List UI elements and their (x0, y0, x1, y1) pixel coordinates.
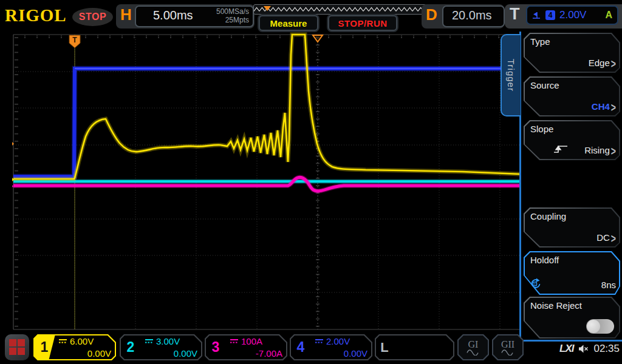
channel-2-number: 2 (120, 334, 142, 360)
dc-coupling-icon (145, 339, 154, 344)
delay-label: D (426, 5, 437, 24)
channel-menu-button[interactable] (5, 334, 29, 360)
gen2-label: GII (501, 340, 514, 349)
waveform-display: T T 1 (12, 32, 521, 331)
channel-4-status[interactable]: 4 2.00V 0.00V (290, 334, 372, 360)
lxi-indicator: LXI (559, 343, 573, 355)
rising-edge-icon (553, 144, 569, 154)
digital-channel-numbers: 0 1 2 3 4 5 6 7 8 9 1011 12131415 (395, 335, 453, 359)
memory-depth: 25Mpts (186, 16, 249, 24)
chevron-right-icon: > (611, 56, 616, 70)
menu-item-coupling[interactable]: Coupling DC> (524, 207, 620, 248)
trigger-menu-tab[interactable]: Trigger (501, 34, 521, 116)
sine-wave-icon (466, 349, 480, 356)
horizontal-position-strip[interactable] (253, 4, 426, 15)
holdoff-label: Holdoff (530, 255, 559, 265)
trigger-level-value: 2.00V (559, 9, 586, 21)
chevron-right-icon: > (611, 143, 616, 158)
digital-channels-label: L (375, 334, 394, 360)
menu-item-type[interactable]: Type Edge> (524, 33, 620, 73)
channel-3-offset: -7.00A (256, 348, 282, 359)
digital-channels-status[interactable]: L 0 1 2 3 4 5 6 7 8 9 1011 12131415 (375, 334, 454, 360)
coupling-label: Coupling (530, 211, 566, 221)
horizontal-label: H (120, 5, 132, 24)
holdoff-value: 8ns (601, 280, 616, 290)
oscilloscope-screen: RIGOL STOP H 5.00ms 500MSa/s 25Mpts Meas… (0, 0, 622, 364)
source-label: Source (530, 80, 559, 90)
channel-2-offset: 0.00V (174, 348, 197, 359)
edge-trigger-icon (532, 11, 541, 19)
measure-button[interactable]: Measure (259, 15, 318, 31)
trigger-status-box[interactable]: 4 2.00V A (526, 5, 618, 25)
channel-2-scale: 3.00V (156, 336, 180, 346)
menu-item-noise-reject[interactable]: Noise Reject (524, 297, 620, 339)
channel-1-status[interactable]: 1 6.00V 0.00V (33, 334, 116, 360)
coupling-value: DC (596, 232, 610, 243)
sine-wave-icon (501, 349, 515, 356)
ch1-trace (13, 35, 521, 179)
trigger-source-badge: 4 (545, 10, 555, 20)
channel-4-number: 4 (290, 334, 312, 360)
menu-item-holdoff[interactable]: Holdoff 8ns (524, 251, 620, 295)
dc-coupling-icon (315, 339, 324, 344)
waveform-gen2-button[interactable]: GII (492, 334, 524, 360)
type-label: Type (530, 36, 550, 47)
knob-adjust-icon (529, 278, 541, 290)
trigger-time-marker[interactable]: T (69, 35, 80, 48)
waveform-gen1-button[interactable]: GI (457, 334, 489, 360)
chevron-right-icon: > (611, 99, 616, 114)
channel-4-offset: 0.00V (344, 348, 367, 359)
noise-reject-label: Noise Reject (530, 300, 582, 311)
channel-3-scale: 100A (241, 336, 262, 346)
delay-position-marker[interactable] (313, 35, 323, 42)
waveform-overview-icon (254, 5, 425, 13)
type-value: Edge (589, 58, 610, 68)
chevron-right-icon: > (611, 231, 616, 245)
delay-value: 20.0ms (452, 8, 492, 22)
sample-rate: 500MSa/s (186, 7, 249, 16)
slope-value: Rising (584, 145, 610, 155)
sample-rate-memdepth: 500MSa/s 25Mpts (186, 7, 249, 24)
stop-run-button[interactable]: STOP/RUN (328, 15, 397, 31)
trigger-label: T (510, 5, 520, 24)
menu-item-source[interactable]: Source CH4> (524, 76, 620, 116)
channel-1-offset: 0.00V (87, 348, 111, 359)
status-row: LXI 02:35 (541, 343, 620, 355)
ch4-trace (13, 69, 521, 177)
slope-label: Slope (530, 124, 553, 134)
channel-3-number: 3 (205, 334, 227, 360)
channel-4-scale: 2.00V (326, 336, 350, 346)
channel-3-status[interactable]: 3 100A -7.00A (205, 334, 287, 360)
dc-coupling-icon (58, 339, 67, 344)
channel-2-status[interactable]: 2 3.00V 0.00V (120, 334, 202, 360)
acquisition-status-badge: STOP (72, 8, 113, 26)
rigol-logo: RIGOL (5, 5, 67, 25)
trigger-time-marker-label: T (72, 36, 77, 44)
dc-coupling-icon (230, 339, 239, 344)
source-value: CH4 (592, 101, 610, 112)
sound-muted-icon (578, 345, 589, 353)
toggle-knob (587, 320, 600, 333)
sidebar-border-bottom (519, 340, 622, 342)
trigger-mode-indicator: A (605, 10, 612, 21)
menu-item-slope[interactable]: Slope Rising> (524, 120, 620, 160)
trigger-menu-tab-label: Trigger (506, 59, 516, 92)
channel-1-scale: 6.00V (70, 336, 94, 346)
gen1-label: GI (468, 340, 479, 349)
clock: 02:35 (593, 343, 620, 355)
noise-reject-toggle[interactable] (586, 319, 614, 334)
